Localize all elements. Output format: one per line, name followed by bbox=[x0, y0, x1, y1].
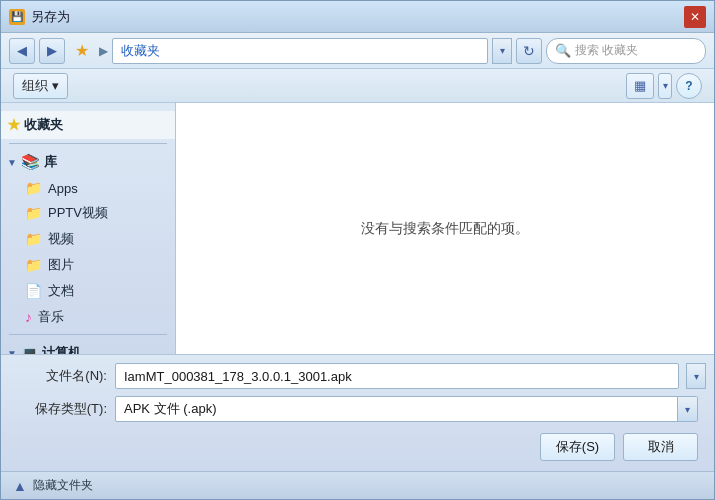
empty-message: 没有与搜索条件匹配的项。 bbox=[361, 220, 529, 238]
sidebar-item-pptv[interactable]: 📁 PPTV视频 bbox=[17, 200, 175, 226]
computer-icon: 💻 bbox=[21, 345, 38, 354]
title-bar: 💾 另存为 ✕ bbox=[1, 1, 714, 33]
computer-expand-icon: ▼ bbox=[7, 348, 17, 355]
sidebar-scroll: ★ 收藏夹 ▼ 📚 库 📁 Apps 📁 PP bbox=[1, 103, 175, 354]
pptv-label: PPTV视频 bbox=[48, 204, 108, 222]
help-button[interactable]: ? bbox=[676, 73, 702, 99]
dialog-title: 另存为 bbox=[31, 8, 70, 26]
sidebar: ★ 收藏夹 ▼ 📚 库 📁 Apps 📁 PP bbox=[1, 103, 176, 354]
bottom-bar: 文件名(N): IamMT_000381_178_3.0.0.1_3001.ap… bbox=[1, 354, 714, 471]
images-icon: 📁 bbox=[25, 257, 42, 273]
filetype-select[interactable]: APK 文件 (.apk) ▾ bbox=[115, 396, 698, 422]
video-label: 视频 bbox=[48, 230, 74, 248]
view-dropdown-button[interactable]: ▾ bbox=[658, 73, 672, 99]
path-separator: ▶ bbox=[99, 44, 108, 58]
sidebar-item-apps[interactable]: 📁 Apps bbox=[17, 176, 175, 200]
star-icon: ★ bbox=[7, 116, 20, 134]
images-label: 图片 bbox=[48, 256, 74, 274]
sidebar-item-favorites[interactable]: ★ 收藏夹 bbox=[1, 111, 175, 139]
filetype-dropdown-icon: ▾ bbox=[677, 397, 697, 421]
sidebar-item-library[interactable]: ▼ 📚 库 bbox=[1, 148, 175, 176]
close-button[interactable]: ✕ bbox=[684, 6, 706, 28]
address-bar: ◀ ▶ ★ ▶ 收藏夹 ▾ ↻ 🔍 搜索 收藏夹 bbox=[1, 33, 714, 69]
view-button[interactable]: ▦ bbox=[626, 73, 654, 99]
sidebar-item-music[interactable]: ♪ 音乐 bbox=[17, 304, 175, 330]
filename-dropdown-button[interactable]: ▾ bbox=[686, 363, 706, 389]
content-pane: 没有与搜索条件匹配的项。 bbox=[176, 103, 714, 354]
library-icon: 📚 bbox=[21, 153, 40, 171]
sidebar-item-computer[interactable]: ▼ 💻 计算机 bbox=[1, 339, 175, 354]
title-controls: ✕ bbox=[684, 6, 706, 28]
filetype-label: 保存类型(T): bbox=[17, 400, 107, 418]
filename-label: 文件名(N): bbox=[17, 367, 107, 385]
music-icon: ♪ bbox=[25, 309, 32, 325]
filetype-value: APK 文件 (.apk) bbox=[124, 400, 216, 418]
favorites-label: 收藏夹 bbox=[24, 116, 63, 134]
sidebar-item-video[interactable]: 📁 视频 bbox=[17, 226, 175, 252]
address-breadcrumb[interactable]: 收藏夹 bbox=[112, 38, 488, 64]
bottom-buttons: 保存(S) 取消 bbox=[17, 429, 698, 463]
apps-label: Apps bbox=[48, 181, 78, 196]
expand-icon: ▼ bbox=[7, 157, 17, 168]
sidebar-item-documents[interactable]: 📄 文档 bbox=[17, 278, 175, 304]
documents-label: 文档 bbox=[48, 282, 74, 300]
pptv-icon: 📁 bbox=[25, 205, 42, 221]
search-box: 🔍 搜索 收藏夹 bbox=[546, 38, 706, 64]
main-area: ★ 收藏夹 ▼ 📚 库 📁 Apps 📁 PP bbox=[1, 103, 714, 354]
cancel-button[interactable]: 取消 bbox=[623, 433, 698, 461]
forward-button[interactable]: ▶ bbox=[39, 38, 65, 64]
back-button[interactable]: ◀ bbox=[9, 38, 35, 64]
footer: ▲ 隐藏文件夹 bbox=[1, 471, 714, 499]
save-button[interactable]: 保存(S) bbox=[540, 433, 615, 461]
video-icon: 📁 bbox=[25, 231, 42, 247]
path-label: 收藏夹 bbox=[121, 42, 160, 60]
music-label: 音乐 bbox=[38, 308, 64, 326]
dialog-icon: 💾 bbox=[9, 9, 25, 25]
computer-label: 计算机 bbox=[42, 344, 81, 354]
address-dropdown-button[interactable]: ▾ bbox=[492, 38, 512, 64]
title-text: 💾 另存为 bbox=[9, 8, 70, 26]
save-dialog: 💾 另存为 ✕ ◀ ▶ ★ ▶ 收藏夹 ▾ ↻ 🔍 搜索 收藏夹 组织 ▾ ▦ … bbox=[0, 0, 715, 500]
search-placeholder: 搜索 收藏夹 bbox=[575, 42, 638, 59]
organize-button[interactable]: 组织 ▾ bbox=[13, 73, 68, 99]
library-label: 库 bbox=[44, 153, 57, 171]
footer-label: 隐藏文件夹 bbox=[33, 477, 93, 494]
sidebar-divider-1 bbox=[9, 143, 167, 144]
sidebar-divider-2 bbox=[9, 334, 167, 335]
filename-input[interactable]: IamMT_000381_178_3.0.0.1_3001.apk bbox=[115, 363, 679, 389]
footer-expand-icon: ▲ bbox=[13, 478, 27, 494]
sidebar-item-images[interactable]: 📁 图片 bbox=[17, 252, 175, 278]
search-icon: 🔍 bbox=[555, 43, 571, 58]
filename-row: 文件名(N): IamMT_000381_178_3.0.0.1_3001.ap… bbox=[17, 363, 698, 389]
filename-value: IamMT_000381_178_3.0.0.1_3001.apk bbox=[124, 369, 352, 384]
documents-icon: 📄 bbox=[25, 283, 42, 299]
toolbar-right: ▦ ▾ ? bbox=[626, 73, 702, 99]
toolbar: 组织 ▾ ▦ ▾ ? bbox=[1, 69, 714, 103]
filetype-row: 保存类型(T): APK 文件 (.apk) ▾ bbox=[17, 396, 698, 422]
apps-folder-icon: 📁 bbox=[25, 180, 42, 196]
refresh-button[interactable]: ↻ bbox=[516, 38, 542, 64]
favorites-star-button[interactable]: ★ bbox=[69, 38, 95, 64]
